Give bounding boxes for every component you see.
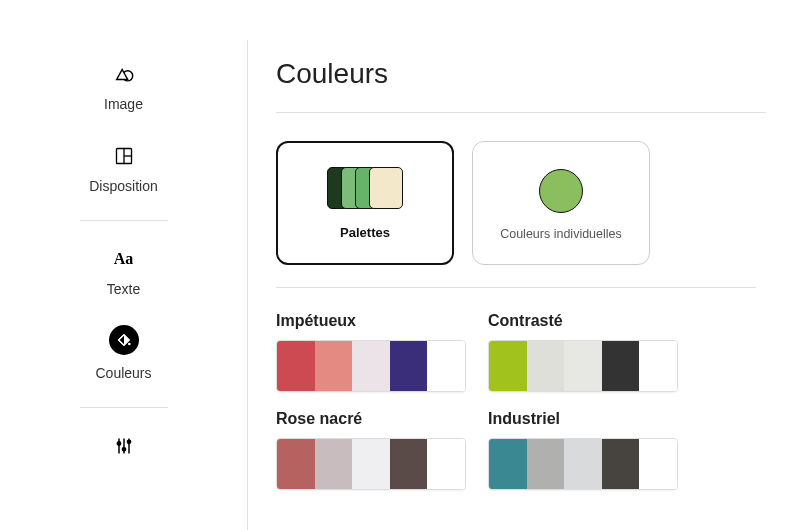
text-icon: Aa [112, 247, 136, 271]
mode-label: Couleurs individuelles [500, 227, 622, 241]
sidebar-item-label: Texte [107, 281, 140, 297]
palette-grid: Impétueux Contrasté [276, 312, 766, 490]
mode-label: Palettes [340, 225, 390, 240]
page-title: Couleurs [276, 58, 766, 90]
palette-item-industriel[interactable]: Industriel [488, 410, 678, 490]
swatch-row [276, 340, 466, 392]
shapes-icon [112, 62, 136, 86]
palette-item-impetueux[interactable]: Impétueux [276, 312, 466, 392]
palette-name: Impétueux [276, 312, 466, 330]
swatch [602, 341, 640, 391]
paint-bucket-icon [109, 325, 139, 355]
swatch [564, 341, 602, 391]
swatch [489, 341, 527, 391]
sidebar-item-label: Couleurs [95, 365, 151, 381]
svg-point-10 [127, 440, 130, 443]
swatch [527, 439, 565, 489]
swatch-row [488, 340, 678, 392]
swatch [315, 439, 353, 489]
swatch [527, 341, 565, 391]
palette-name: Contrasté [488, 312, 678, 330]
sliders-icon [112, 434, 136, 458]
swatch [427, 439, 465, 489]
mode-individual-colors[interactable]: Couleurs individuelles [472, 141, 650, 265]
sidebar-item-texte[interactable]: Aa Texte [0, 247, 247, 297]
swatch [352, 439, 390, 489]
main-panel: Couleurs Palettes Couleurs individuelles [248, 40, 794, 530]
svg-point-8 [117, 442, 120, 445]
swatch [639, 341, 677, 391]
sidebar-item-label: Image [104, 96, 143, 112]
mode-selector: Palettes Couleurs individuelles [276, 141, 766, 265]
swatch [352, 341, 390, 391]
swatch [315, 341, 353, 391]
palette-fan-icon [327, 167, 403, 211]
palette-item-contraste[interactable]: Contrasté [488, 312, 678, 392]
layout-icon [112, 144, 136, 168]
swatch [390, 341, 428, 391]
sidebar-item-couleurs[interactable]: Couleurs [0, 325, 247, 381]
palette-name: Rose nacré [276, 410, 466, 428]
sidebar-item-reglages[interactable] [0, 434, 247, 458]
mode-palettes[interactable]: Palettes [276, 141, 454, 265]
swatch [277, 341, 315, 391]
swatch [564, 439, 602, 489]
swatch-row [276, 438, 466, 490]
sidebar-divider [80, 220, 168, 221]
sidebar-divider [80, 407, 168, 408]
sidebar-item-label: Disposition [89, 178, 157, 194]
swatch [602, 439, 640, 489]
sidebar-item-disposition[interactable]: Disposition [0, 144, 247, 194]
sidebar-item-image[interactable]: Image [0, 62, 247, 112]
swatch-row [488, 438, 678, 490]
swatch [427, 341, 465, 391]
svg-point-9 [122, 448, 125, 451]
palette-item-rose-nacre[interactable]: Rose nacré [276, 410, 466, 490]
divider [276, 287, 756, 288]
swatch [489, 439, 527, 489]
palette-name: Industriel [488, 410, 678, 428]
color-circle-icon [539, 169, 583, 213]
sidebar: Image Disposition Aa Texte [0, 40, 248, 530]
svg-point-4 [128, 343, 131, 346]
swatch [390, 439, 428, 489]
swatch [639, 439, 677, 489]
swatch [277, 439, 315, 489]
divider [276, 112, 766, 113]
